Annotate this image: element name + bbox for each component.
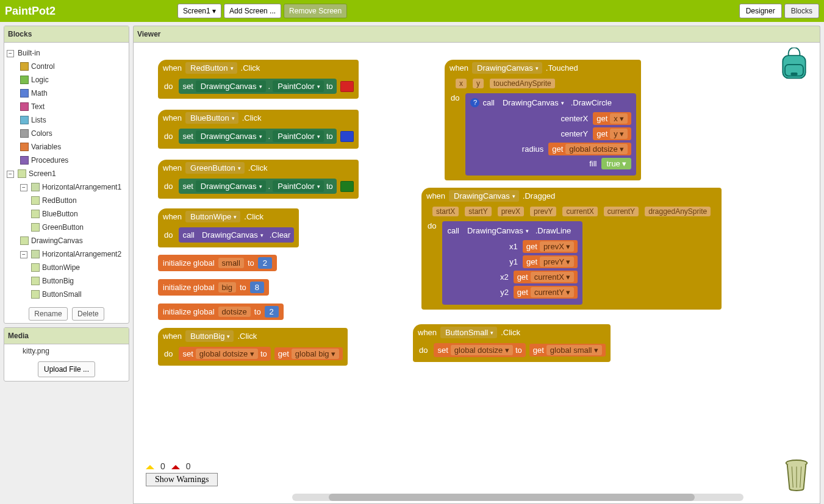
top-bar: PaintPot2 Screen1 ▾ Add Screen ... Remov…	[0, 0, 824, 22]
redbutton-node[interactable]: RedButton	[7, 194, 126, 207]
component-icon	[31, 277, 40, 285]
toggle-icon[interactable]: −	[20, 184, 27, 191]
horizontal-scrollbar[interactable]	[292, 494, 743, 501]
color-swatch-green	[340, 181, 354, 192]
warning-icon	[146, 461, 154, 469]
blocks-tree: −Built-in Control Logic Math Text Lists …	[4, 43, 129, 305]
media-item[interactable]: kitty.png	[4, 344, 129, 358]
buttonwipe-node[interactable]: ButtonWipe	[7, 261, 126, 274]
color-icon	[20, 129, 29, 138]
builtin-text[interactable]: Text	[7, 100, 126, 113]
builtin-variables[interactable]: Variables	[7, 140, 126, 154]
block-init-dotsize[interactable]: initialize global dotsize to 2	[158, 303, 284, 320]
component-icon	[31, 210, 40, 218]
call-drawline[interactable]: callDrawingCanvas▾.DrawLine x1getprevX ▾…	[442, 221, 582, 305]
blocks-canvas[interactable]: whenRedButton▾.Click dosetDrawingCanvas▾…	[133, 42, 820, 504]
show-warnings-button[interactable]: Show Warnings	[146, 473, 218, 486]
component-icon	[20, 236, 29, 245]
left-column: Blocks −Built-in Control Logic Math Text…	[0, 22, 133, 504]
block-init-small[interactable]: initialize global small to 2	[158, 255, 277, 271]
builtin-math[interactable]: Math	[7, 87, 126, 100]
block-buttonsmall-click[interactable]: whenButtonSmall▾.Click dosetglobal dotsi…	[413, 324, 611, 362]
media-header: Media	[4, 328, 129, 344]
error-icon	[171, 461, 180, 469]
component-icon	[31, 250, 40, 258]
rename-button[interactable]: Rename	[29, 307, 67, 321]
designer-tab[interactable]: Designer	[739, 4, 782, 18]
blocks-panel: Blocks −Built-in Control Logic Math Text…	[4, 26, 129, 324]
status-bar: 0 0 Show Warnings	[146, 461, 218, 486]
delete-button[interactable]: Delete	[72, 307, 104, 321]
color-icon	[20, 102, 29, 111]
block-touched[interactable]: whenDrawingCanvas▾.Touched xytouchedAnyS…	[445, 60, 641, 180]
toggle-icon[interactable]: −	[7, 171, 14, 178]
viewer-header: Viewer	[133, 26, 820, 42]
backpack-icon[interactable]	[777, 48, 811, 82]
block-init-big[interactable]: initialize global big to 8	[158, 279, 269, 296]
help-icon[interactable]: ?	[470, 98, 479, 107]
component-icon	[31, 183, 40, 191]
ha2-node[interactable]: −HorizontalArrangement2	[7, 247, 126, 261]
bluebutton-node[interactable]: BlueButton	[7, 207, 126, 221]
color-icon	[20, 62, 29, 71]
blocks-tab[interactable]: Blocks	[784, 4, 819, 18]
block-dragged[interactable]: whenDrawingCanvas▾.Dragged startXstartYp…	[421, 188, 722, 310]
component-icon	[18, 169, 26, 178]
scrollbar-thumb[interactable]	[329, 494, 695, 501]
builtin-control[interactable]: Control	[7, 60, 126, 73]
builtin-colors[interactable]: Colors	[7, 127, 126, 140]
call-drawcircle[interactable]: ?callDrawingCanvas▾.DrawCircle centerXge…	[465, 93, 636, 176]
remove-screen-button[interactable]: Remove Screen	[284, 4, 347, 18]
component-icon	[31, 223, 40, 232]
color-icon	[20, 76, 29, 84]
app-title: PaintPot2	[5, 5, 56, 18]
builtin-logic[interactable]: Logic	[7, 73, 126, 87]
screen-dropdown[interactable]: Screen1 ▾	[177, 4, 221, 18]
builtin-lists[interactable]: Lists	[7, 113, 126, 127]
color-icon	[20, 156, 29, 165]
ha1-node[interactable]: −HorizontalArrangement1	[7, 180, 126, 194]
drawingcanvas-node[interactable]: DrawingCanvas	[7, 234, 126, 247]
block-bluebutton-click[interactable]: whenBlueButton▾.Click dosetDrawingCanvas…	[158, 110, 359, 149]
color-swatch-red	[340, 81, 354, 92]
main-area: Blocks −Built-in Control Logic Math Text…	[0, 22, 824, 504]
component-icon	[31, 263, 40, 272]
color-swatch-blue	[340, 131, 354, 142]
add-screen-button[interactable]: Add Screen ...	[224, 4, 281, 18]
component-icon	[31, 196, 40, 205]
trash-icon[interactable]	[782, 458, 811, 491]
svg-rect-2	[790, 73, 797, 76]
block-greenbutton-click[interactable]: whenGreenButton▾.Click dosetDrawingCanva…	[158, 160, 359, 199]
upload-button[interactable]: Upload File ...	[38, 361, 95, 377]
builtin-procedures[interactable]: Procedures	[7, 154, 126, 167]
block-buttonbig-click[interactable]: whenButtonBig▾.Click dosetglobal dotsize…	[158, 328, 348, 366]
builtin-node[interactable]: −Built-in	[7, 46, 126, 60]
color-icon	[20, 143, 29, 151]
component-icon	[31, 290, 40, 299]
toggle-icon[interactable]: −	[7, 50, 14, 57]
media-panel: Media kitty.png Upload File ...	[4, 327, 129, 382]
buttonsmall-node[interactable]: ButtonSmall	[7, 288, 126, 301]
blocks-panel-header: Blocks	[4, 26, 129, 43]
greenbutton-node[interactable]: GreenButton	[7, 221, 126, 234]
buttonbig-node[interactable]: ButtonBig	[7, 274, 126, 288]
block-buttonwipe-click[interactable]: whenButtonWipe▾.Click docallDrawingCanva…	[158, 208, 299, 247]
toggle-icon[interactable]: −	[20, 251, 27, 258]
right-column: Viewer whenRedButton▾.Click dosetDrawing…	[133, 22, 824, 504]
color-icon	[20, 116, 29, 124]
color-icon	[20, 89, 29, 98]
block-redbutton-click[interactable]: whenRedButton▾.Click dosetDrawingCanvas▾…	[158, 60, 359, 99]
screen1-node[interactable]: −Screen1	[7, 167, 126, 180]
